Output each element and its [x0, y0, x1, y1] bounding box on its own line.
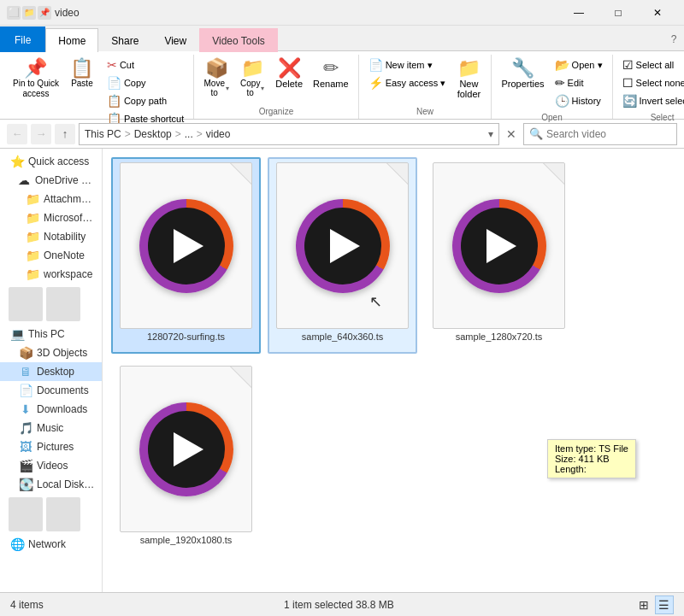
quick-access-icon[interactable]: ⬜: [7, 6, 21, 20]
copy-dropdown[interactable]: Copyto ▾: [240, 79, 264, 97]
select-all-button[interactable]: ☑ Select all: [618, 56, 684, 73]
file-thumbnail-2: ↖: [276, 162, 409, 329]
file-name-1: 1280720-surfing.ts: [147, 331, 225, 342]
sidebar-label-attachments: Attachments: [44, 193, 95, 205]
workspace-icon: 📁: [26, 267, 39, 281]
tab-view[interactable]: View: [151, 28, 199, 52]
sidebar-item-attachments[interactable]: 📁 Attachments: [0, 190, 102, 208]
search-box[interactable]: 🔍: [523, 123, 677, 145]
edit-button[interactable]: ✏ Edit: [551, 74, 607, 91]
select-none-icon: ☐: [622, 76, 634, 90]
sidebar-item-videos[interactable]: 🎬 Videos: [0, 456, 102, 475]
play-icon-2: [330, 229, 360, 263]
easy-access-label: Easy access ▾: [386, 78, 446, 89]
tab-video-tools[interactable]: Video Tools: [199, 28, 278, 52]
file-thumbnail-4: [120, 366, 252, 532]
tab-file[interactable]: File: [0, 26, 45, 52]
sidebar-item-network[interactable]: 🌐 Network: [0, 535, 102, 554]
sidebar-item-documents[interactable]: 📄 Documents: [0, 381, 102, 400]
select-none-button[interactable]: ☐ Select none: [618, 74, 684, 91]
copy-path-button[interactable]: 📋 Copy path: [103, 92, 188, 109]
organize-content: 📦 Moveto ▾ 📁 Copyto ▾ ❌ Delete ✏ Rename: [199, 55, 352, 105]
video-circle-inner-2: [304, 208, 381, 285]
pin-quick-access-button[interactable]: 📌 Pin to Quickaccess: [9, 56, 63, 102]
sidebar-item-onedrive[interactable]: ☁ OneDrive - Per: [0, 171, 102, 190]
sidebar-label-downloads: Downloads: [37, 403, 87, 415]
copy-button[interactable]: 📄 Copy: [103, 74, 188, 91]
sidebar-item-downloads[interactable]: ⬇ Downloads: [0, 400, 102, 419]
file-item-4[interactable]: sample_1920x1080.ts: [111, 361, 261, 557]
breadcrumb-video[interactable]: video: [206, 128, 231, 140]
sidebar-label-quick-access: Quick access: [28, 155, 89, 167]
sidebar-label-videos: Videos: [37, 460, 68, 472]
delete-icon: ❌: [278, 59, 301, 78]
ribbon-help-button[interactable]: ?: [663, 27, 684, 51]
properties-button[interactable]: 🔧 Properties: [497, 56, 548, 91]
search-input[interactable]: [546, 128, 675, 140]
title-bar: ⬜ 📁 📌 video — □ ✕: [0, 0, 684, 26]
forward-button[interactable]: →: [31, 124, 51, 144]
sidebar-item-microsoft-ed[interactable]: 📁 Microsoft Ed: [0, 208, 102, 227]
sidebar-item-local-disk[interactable]: 💽 Local Disk (C: [0, 475, 102, 494]
paste-button[interactable]: 📋 Paste: [65, 56, 99, 127]
sidebar-placeholder-3: [9, 497, 43, 531]
up-button[interactable]: ↑: [55, 124, 75, 144]
sidebar-item-workspace[interactable]: 📁 workspace: [0, 265, 102, 284]
delete-button[interactable]: ❌ Delete: [271, 56, 307, 91]
sidebar-item-onenote[interactable]: 📁 OneNote: [0, 246, 102, 265]
file-item-2[interactable]: ↖ sample_640x360.ts: [268, 157, 417, 354]
sidebar-item-pictures[interactable]: 🖼 Pictures: [0, 437, 102, 456]
move-dropdown[interactable]: Moveto ▾: [204, 79, 229, 97]
play-icon-4: [174, 432, 203, 466]
sidebar-item-notability[interactable]: 📁 Notability: [0, 227, 102, 246]
open-button[interactable]: 📂 Open ▾: [551, 56, 607, 73]
sidebar-label-this-pc: This PC: [28, 328, 65, 340]
copy-to-button[interactable]: 📁 Copyto ▾: [235, 56, 269, 100]
history-button[interactable]: 🕒 History: [551, 92, 607, 109]
move-to-button[interactable]: 📦 Moveto ▾: [199, 56, 233, 100]
downloads-icon: ⬇: [19, 402, 32, 416]
close-button[interactable]: ✕: [638, 0, 677, 26]
minimize-button[interactable]: —: [559, 0, 598, 26]
address-chevron-icon[interactable]: ▾: [488, 128, 493, 140]
copy-path-label: Copy path: [124, 96, 167, 106]
sidebar-item-quick-access[interactable]: ⭐ Quick access: [0, 152, 102, 171]
video-circle-4: [139, 402, 233, 496]
attachments-icon: 📁: [26, 192, 39, 206]
page-fold-1: [226, 163, 251, 189]
tab-share[interactable]: Share: [98, 28, 151, 52]
new-item-button[interactable]: 📄 New item ▾: [364, 56, 451, 73]
video-circle-inner-1: [148, 208, 225, 285]
tab-home[interactable]: Home: [45, 28, 98, 52]
properties-label: Properties: [501, 79, 544, 89]
sidebar-item-music[interactable]: 🎵 Music: [0, 419, 102, 437]
selection-status: 1 item selected 38.8 MB: [284, 599, 394, 611]
sidebar-item-3d-objects[interactable]: 📦 3D Objects: [0, 343, 102, 362]
maximize-button[interactable]: □: [598, 0, 638, 26]
breadcrumb-this-pc[interactable]: This PC: [85, 128, 121, 140]
file-item-3[interactable]: sample_1280x720.ts: [424, 157, 574, 354]
breadcrumb-desktop[interactable]: Desktop: [134, 128, 172, 140]
easy-access-icon: ⚡: [369, 76, 383, 90]
sidebar-item-this-pc[interactable]: 💻 This PC: [0, 325, 102, 343]
folder-icon[interactable]: 📁: [22, 6, 36, 20]
cut-button[interactable]: ✂ Cut: [103, 56, 188, 73]
address-box[interactable]: This PC > Desktop > ... > video ▾: [79, 123, 499, 145]
large-icons-view-button[interactable]: ⊞: [634, 595, 653, 614]
sidebar-label-onedrive: OneDrive - Per: [35, 174, 95, 186]
address-close-button[interactable]: ✕: [503, 126, 520, 143]
select-none-label: Select none: [636, 78, 684, 88]
list-view-button[interactable]: ☰: [655, 595, 674, 614]
invert-selection-button[interactable]: 🔄 Invert selection: [618, 92, 684, 109]
easy-access-button[interactable]: ⚡ Easy access ▾: [364, 74, 451, 91]
pin-icon[interactable]: 📌: [38, 6, 51, 20]
breadcrumb-ellipsis[interactable]: ...: [185, 128, 193, 140]
back-button[interactable]: ←: [7, 124, 27, 144]
new-folder-button[interactable]: 📁 Newfolder: [451, 56, 486, 102]
rename-button[interactable]: ✏ Rename: [309, 56, 353, 91]
sidebar-item-desktop[interactable]: 🖥 Desktop: [0, 362, 102, 381]
pin-label: Pin to Quickaccess: [13, 79, 59, 99]
sidebar-label-microsoft-ed: Microsoft Ed: [44, 212, 95, 224]
file-item-1[interactable]: 1280720-surfing.ts: [111, 157, 261, 354]
ribbon-group-select: ☑ Select all ☐ Select none 🔄 Invert sele…: [613, 55, 684, 119]
